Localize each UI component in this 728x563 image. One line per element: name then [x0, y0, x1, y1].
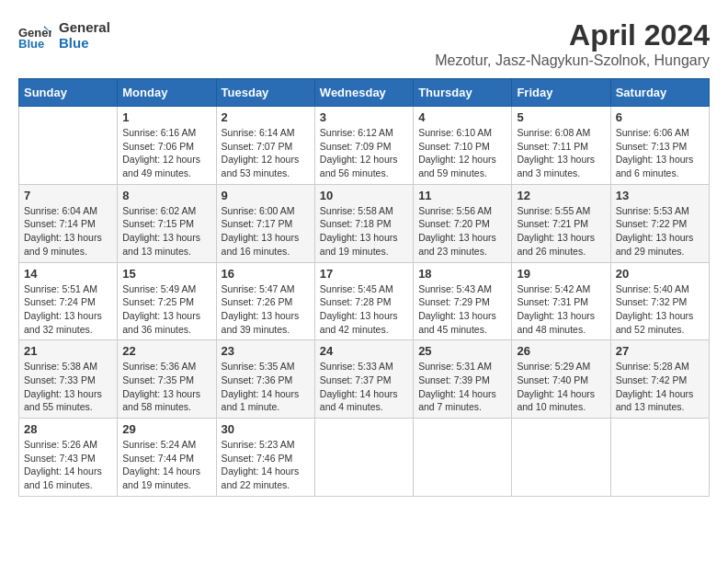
day-number: 11: [418, 189, 506, 202]
calendar-cell: 21Sunrise: 5:38 AM Sunset: 7:33 PM Dayli…: [19, 340, 118, 419]
day-number: 26: [517, 344, 605, 358]
calendar-cell: 5Sunrise: 6:08 AM Sunset: 7:11 PM Daylig…: [512, 107, 610, 185]
month-title: April 2024: [435, 18, 710, 52]
day-info: Sunrise: 6:04 AM Sunset: 7:14 PM Dayligh…: [24, 204, 112, 259]
day-info: Sunrise: 5:33 AM Sunset: 7:37 PM Dayligh…: [320, 360, 408, 414]
subtitle: Mezotur, Jasz-Nagykun-Szolnok, Hungary: [435, 52, 710, 69]
day-number: 28: [24, 422, 112, 436]
calendar-cell: 26Sunrise: 5:29 AM Sunset: 7:40 PM Dayli…: [512, 340, 610, 419]
day-number: 7: [24, 189, 112, 202]
calendar-cell: 18Sunrise: 5:43 AM Sunset: 7:29 PM Dayli…: [414, 262, 512, 340]
day-info: Sunrise: 5:26 AM Sunset: 7:43 PM Dayligh…: [24, 438, 112, 492]
calendar-cell: 1Sunrise: 6:16 AM Sunset: 7:06 PM Daylig…: [118, 107, 216, 185]
calendar-cell: 12Sunrise: 5:55 AM Sunset: 7:21 PM Dayli…: [512, 184, 610, 262]
week-row-0: 1Sunrise: 6:16 AM Sunset: 7:06 PM Daylig…: [19, 107, 710, 185]
svg-text:Blue: Blue: [18, 37, 44, 51]
day-info: Sunrise: 5:47 AM Sunset: 7:26 PM Dayligh…: [222, 282, 310, 337]
day-info: Sunrise: 5:58 AM Sunset: 7:18 PM Dayligh…: [320, 204, 408, 259]
day-number: 22: [122, 344, 210, 358]
day-header-sunday: Sunday: [19, 79, 118, 107]
calendar-cell: 9Sunrise: 6:00 AM Sunset: 7:17 PM Daylig…: [216, 184, 314, 262]
day-header-tuesday: Tuesday: [216, 79, 314, 107]
calendar-cell: 3Sunrise: 6:12 AM Sunset: 7:09 PM Daylig…: [314, 107, 413, 185]
day-number: 3: [320, 110, 408, 124]
calendar-table: SundayMondayTuesdayWednesdayThursdayFrid…: [18, 78, 710, 497]
day-info: Sunrise: 6:14 AM Sunset: 7:07 PM Dayligh…: [222, 126, 310, 180]
calendar-cell: 7Sunrise: 6:04 AM Sunset: 7:14 PM Daylig…: [19, 184, 118, 262]
day-info: Sunrise: 6:02 AM Sunset: 7:15 PM Dayligh…: [122, 204, 210, 259]
day-number: 1: [122, 110, 210, 124]
calendar-cell: 10Sunrise: 5:58 AM Sunset: 7:18 PM Dayli…: [314, 184, 413, 262]
calendar-body: 1Sunrise: 6:16 AM Sunset: 7:06 PM Daylig…: [19, 107, 710, 497]
week-row-4: 28Sunrise: 5:26 AM Sunset: 7:43 PM Dayli…: [19, 419, 710, 497]
day-info: Sunrise: 5:35 AM Sunset: 7:36 PM Dayligh…: [222, 360, 310, 414]
day-number: 19: [517, 267, 605, 281]
calendar-cell: 28Sunrise: 5:26 AM Sunset: 7:43 PM Dayli…: [19, 419, 118, 497]
day-number: 14: [24, 267, 112, 281]
day-header-saturday: Saturday: [610, 79, 709, 107]
day-info: Sunrise: 5:28 AM Sunset: 7:42 PM Dayligh…: [616, 360, 704, 414]
day-info: Sunrise: 5:36 AM Sunset: 7:35 PM Dayligh…: [122, 360, 210, 414]
day-info: Sunrise: 5:51 AM Sunset: 7:24 PM Dayligh…: [24, 282, 112, 337]
day-number: 12: [517, 189, 605, 202]
day-number: 24: [320, 344, 408, 358]
day-info: Sunrise: 6:16 AM Sunset: 7:06 PM Dayligh…: [122, 126, 210, 180]
calendar-cell: 14Sunrise: 5:51 AM Sunset: 7:24 PM Dayli…: [19, 262, 118, 340]
calendar-cell: 17Sunrise: 5:45 AM Sunset: 7:28 PM Dayli…: [314, 262, 413, 340]
day-number: 8: [122, 189, 210, 202]
day-number: 6: [616, 110, 704, 124]
day-info: Sunrise: 5:55 AM Sunset: 7:21 PM Dayligh…: [517, 204, 605, 259]
day-info: Sunrise: 5:43 AM Sunset: 7:29 PM Dayligh…: [418, 282, 506, 337]
calendar-cell: 8Sunrise: 6:02 AM Sunset: 7:15 PM Daylig…: [118, 184, 216, 262]
day-header-wednesday: Wednesday: [314, 79, 413, 107]
header: General Blue General Blue April 2024 Mez…: [18, 18, 710, 69]
day-info: Sunrise: 5:29 AM Sunset: 7:40 PM Dayligh…: [517, 360, 605, 414]
calendar-cell: 27Sunrise: 5:28 AM Sunset: 7:42 PM Dayli…: [610, 340, 709, 419]
title-area: April 2024 Mezotur, Jasz-Nagykun-Szolnok…: [435, 18, 710, 69]
calendar-cell: [610, 419, 709, 497]
day-info: Sunrise: 6:00 AM Sunset: 7:17 PM Dayligh…: [222, 204, 310, 259]
day-info: Sunrise: 5:49 AM Sunset: 7:25 PM Dayligh…: [122, 282, 210, 337]
calendar-cell: 2Sunrise: 6:14 AM Sunset: 7:07 PM Daylig…: [216, 107, 314, 185]
day-info: Sunrise: 5:31 AM Sunset: 7:39 PM Dayligh…: [418, 360, 506, 414]
calendar-cell: 24Sunrise: 5:33 AM Sunset: 7:37 PM Dayli…: [314, 340, 413, 419]
calendar-header-row: SundayMondayTuesdayWednesdayThursdayFrid…: [19, 79, 710, 107]
day-number: 2: [222, 110, 310, 124]
calendar-cell: [414, 419, 512, 497]
day-info: Sunrise: 5:40 AM Sunset: 7:32 PM Dayligh…: [616, 282, 704, 337]
calendar-cell: 6Sunrise: 6:06 AM Sunset: 7:13 PM Daylig…: [610, 107, 709, 185]
day-info: Sunrise: 5:56 AM Sunset: 7:20 PM Dayligh…: [418, 204, 506, 259]
week-row-2: 14Sunrise: 5:51 AM Sunset: 7:24 PM Dayli…: [19, 262, 710, 340]
logo-line2: Blue: [59, 35, 110, 51]
day-number: 23: [222, 344, 310, 358]
logo: General Blue General Blue: [18, 18, 110, 52]
day-header-thursday: Thursday: [414, 79, 512, 107]
day-info: Sunrise: 5:42 AM Sunset: 7:31 PM Dayligh…: [517, 282, 605, 337]
logo-line1: General: [59, 19, 110, 35]
calendar-cell: 23Sunrise: 5:35 AM Sunset: 7:36 PM Dayli…: [216, 340, 314, 419]
calendar-cell: 4Sunrise: 6:10 AM Sunset: 7:10 PM Daylig…: [414, 107, 512, 185]
day-number: 29: [122, 422, 210, 436]
calendar-cell: 11Sunrise: 5:56 AM Sunset: 7:20 PM Dayli…: [414, 184, 512, 262]
day-info: Sunrise: 5:45 AM Sunset: 7:28 PM Dayligh…: [320, 282, 408, 337]
calendar-cell: 30Sunrise: 5:23 AM Sunset: 7:46 PM Dayli…: [216, 419, 314, 497]
day-header-monday: Monday: [118, 79, 216, 107]
calendar-cell: 13Sunrise: 5:53 AM Sunset: 7:22 PM Dayli…: [610, 184, 709, 262]
day-info: Sunrise: 5:24 AM Sunset: 7:44 PM Dayligh…: [122, 438, 210, 492]
week-row-3: 21Sunrise: 5:38 AM Sunset: 7:33 PM Dayli…: [19, 340, 710, 419]
day-info: Sunrise: 6:06 AM Sunset: 7:13 PM Dayligh…: [616, 126, 704, 180]
day-number: 17: [320, 267, 408, 281]
day-number: 9: [222, 189, 310, 202]
day-info: Sunrise: 6:10 AM Sunset: 7:10 PM Dayligh…: [418, 126, 506, 180]
day-number: 20: [616, 267, 704, 281]
day-number: 10: [320, 189, 408, 202]
day-number: 21: [24, 344, 112, 358]
calendar-cell: 22Sunrise: 5:36 AM Sunset: 7:35 PM Dayli…: [118, 340, 216, 419]
day-number: 4: [418, 110, 506, 124]
day-info: Sunrise: 5:38 AM Sunset: 7:33 PM Dayligh…: [24, 360, 112, 414]
calendar-cell: [512, 419, 610, 497]
day-info: Sunrise: 5:53 AM Sunset: 7:22 PM Dayligh…: [616, 204, 704, 259]
day-number: 30: [222, 422, 310, 436]
day-number: 25: [418, 344, 506, 358]
day-number: 15: [122, 267, 210, 281]
